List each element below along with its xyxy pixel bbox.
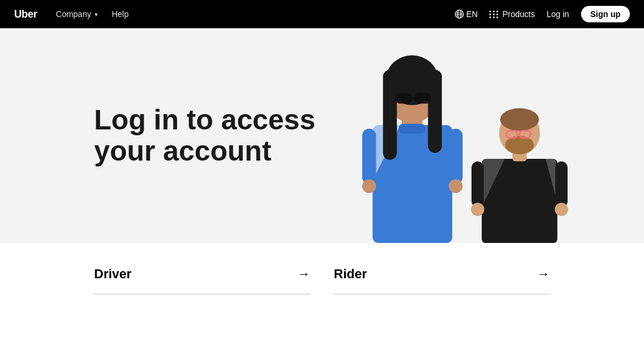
nav-right: EN Products Log in Sign up [455,6,630,22]
driver-label: Driver [94,266,132,282]
svg-rect-10 [383,70,397,160]
svg-rect-16 [449,129,463,184]
company-menu[interactable]: Company ▾ [56,9,98,19]
svg-point-38 [555,202,568,216]
svg-rect-11 [428,70,442,153]
navigation: Uber Company ▾ Help EN Products [0,0,644,28]
driver-arrow: → [298,266,311,282]
svg-point-18 [449,179,463,194]
hero-illustration [359,28,573,243]
products-menu[interactable]: Products [489,9,535,19]
svg-rect-15 [362,129,376,184]
hero-title: Log in to access your account [94,105,315,167]
uber-logo[interactable]: Uber [14,8,37,21]
login-link[interactable]: Log in [547,9,569,19]
lang-label: EN [466,9,478,19]
help-link[interactable]: Help [112,9,129,19]
rider-login-option[interactable]: Rider → [334,243,550,295]
driver-login-option[interactable]: Driver → [94,243,311,295]
company-chevron-icon: ▾ [95,11,98,18]
svg-point-17 [362,179,376,194]
login-options-section: Driver → Rider → [0,243,644,295]
hero-section: Log in to access your account [0,28,644,243]
language-selector[interactable]: EN [455,9,478,19]
svg-rect-35 [471,161,483,207]
svg-point-30 [500,108,539,131]
company-label: Company [56,9,91,19]
svg-point-37 [471,202,484,216]
globe-icon [455,9,464,19]
svg-rect-13 [414,93,431,104]
products-label: Products [502,9,535,19]
woman-figure [359,28,466,243]
grid-icon [489,11,499,18]
rider-arrow: → [537,266,550,282]
signup-button[interactable]: Sign up [581,6,630,22]
man-figure [466,85,574,243]
svg-rect-12 [395,93,412,104]
rider-label: Rider [334,266,367,282]
svg-rect-36 [555,161,568,207]
svg-rect-19 [399,124,425,133]
